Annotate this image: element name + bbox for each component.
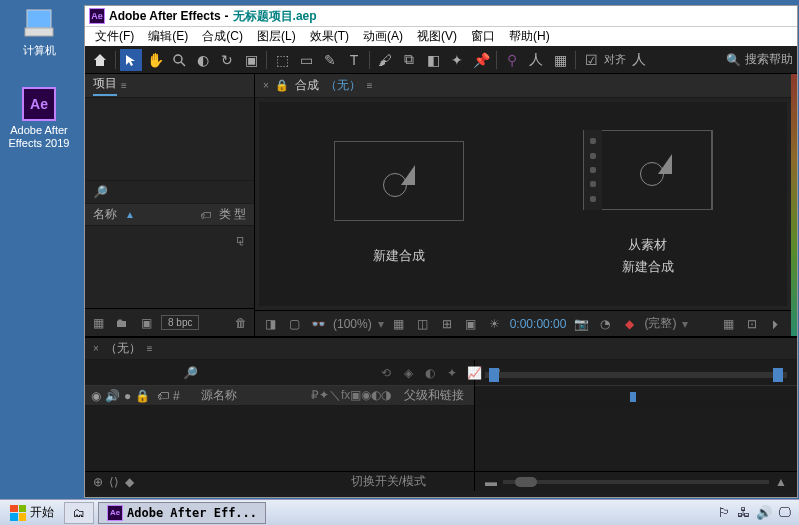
- show-snapshot-icon[interactable]: ◔: [596, 316, 614, 332]
- menu-layer[interactable]: 图层(L): [251, 27, 302, 46]
- hand-tool[interactable]: ✋: [144, 49, 166, 71]
- clone-tool[interactable]: ⧉: [398, 49, 420, 71]
- interpret-icon[interactable]: ▦: [89, 314, 107, 332]
- tray-flag-icon[interactable]: 🏳: [718, 505, 731, 520]
- snap-opts-icon[interactable]: 人: [628, 49, 650, 71]
- exposure-icon[interactable]: ☀: [486, 316, 504, 332]
- comp-tab[interactable]: × 🔒 合成 （无） ≡: [255, 74, 791, 98]
- tag-icon[interactable]: 🏷: [200, 209, 211, 221]
- close-tab-icon[interactable]: ×: [263, 80, 269, 91]
- new-folder-icon[interactable]: 🖿: [113, 314, 131, 332]
- pen-tool[interactable]: ✎: [319, 49, 341, 71]
- motion-blur-icon[interactable]: ✦: [443, 364, 461, 382]
- bit-depth[interactable]: 8 bpc: [161, 315, 199, 330]
- frame-blend-icon[interactable]: ◐: [421, 364, 439, 382]
- solo-icon[interactable]: ●: [124, 389, 131, 403]
- orbit-tool[interactable]: ◐: [192, 49, 214, 71]
- tray-volume-icon[interactable]: 🔊: [756, 505, 772, 520]
- taskbar-after-effects[interactable]: Ae Adobe After Eff...: [98, 502, 266, 524]
- timeline-rows[interactable]: [85, 406, 474, 471]
- brace-icon[interactable]: ⟨⟩: [109, 475, 119, 489]
- view-axis-icon[interactable]: ▦: [549, 49, 571, 71]
- new-comp-icon[interactable]: ▣: [137, 314, 155, 332]
- comp-flow-icon[interactable]: ⏵: [767, 316, 785, 332]
- desktop-after-effects[interactable]: Ae Adobe After Effects 2019: [4, 86, 74, 150]
- col-parent[interactable]: 父级和链接: [404, 387, 474, 404]
- project-search[interactable]: 🔎: [85, 180, 254, 204]
- label-icon[interactable]: 🏷: [157, 389, 169, 403]
- new-composition-tile[interactable]: 新建合成: [334, 141, 464, 267]
- channel-icon[interactable]: ▣: [462, 316, 480, 332]
- mask-icon[interactable]: ◫: [414, 316, 432, 332]
- trash-icon[interactable]: 🗑: [232, 314, 250, 332]
- start-button[interactable]: 开始: [2, 502, 62, 524]
- col-source[interactable]: 源名称: [201, 387, 311, 404]
- region-icon[interactable]: ▢: [285, 316, 303, 332]
- menu-edit[interactable]: 编辑(E): [142, 27, 194, 46]
- desktop-computer[interactable]: 计算机: [4, 6, 74, 57]
- eye-icon[interactable]: ◉: [91, 389, 101, 403]
- lock-col-icon[interactable]: 🔒: [135, 389, 150, 403]
- res-icon[interactable]: ▦: [390, 316, 408, 332]
- home-button[interactable]: [89, 49, 111, 71]
- col-name[interactable]: 名称: [93, 206, 117, 223]
- zoom-percent[interactable]: (100%): [333, 317, 372, 331]
- local-axis-icon[interactable]: ⚲: [501, 49, 523, 71]
- rectangle-tool[interactable]: ▭: [295, 49, 317, 71]
- menu-animation[interactable]: 动画(A): [357, 27, 409, 46]
- 3d-icon[interactable]: 👓: [309, 316, 327, 332]
- tray-lang-icon[interactable]: 🖵: [778, 505, 791, 520]
- zoom-tool[interactable]: [168, 49, 190, 71]
- sort-arrow-icon[interactable]: ▲: [125, 209, 135, 220]
- search-help-input[interactable]: 搜索帮助: [745, 51, 793, 68]
- project-list[interactable]: ⚼: [85, 226, 254, 308]
- menu-effect[interactable]: 效果(T): [304, 27, 355, 46]
- new-comp-from-footage-tile[interactable]: 从素材 新建合成: [583, 130, 713, 278]
- project-tab[interactable]: 项目 ≡: [85, 74, 254, 98]
- menu-help[interactable]: 帮助(H): [503, 27, 556, 46]
- view-layout-icon[interactable]: ▦: [719, 316, 737, 332]
- menu-file[interactable]: 文件(F): [89, 27, 140, 46]
- toggle-switches[interactable]: 切换开关/模式: [351, 473, 426, 490]
- eraser-tool[interactable]: ◧: [422, 49, 444, 71]
- timeline-search[interactable]: 🔎: [183, 366, 373, 380]
- menu-view[interactable]: 视图(V): [411, 27, 463, 46]
- panel-menu-icon[interactable]: ≡: [121, 80, 127, 91]
- timecode[interactable]: 0:00:00:00: [510, 317, 567, 331]
- close-tab-icon[interactable]: ×: [93, 343, 99, 354]
- menu-composition[interactable]: 合成(C): [196, 27, 249, 46]
- brush-tool[interactable]: 🖌: [374, 49, 396, 71]
- titlebar[interactable]: Ae Adobe After Effects - 无标题项目.aep: [85, 6, 797, 26]
- time-ruler[interactable]: [475, 360, 797, 386]
- comp-button-icon[interactable]: ◈: [399, 364, 417, 382]
- rotation-tool[interactable]: ↻: [216, 49, 238, 71]
- pan-behind-tool[interactable]: ⬚: [271, 49, 293, 71]
- puppet-tool[interactable]: 📌: [470, 49, 492, 71]
- resolution[interactable]: (完整): [644, 315, 676, 332]
- audio-icon[interactable]: 🔊: [105, 389, 120, 403]
- render-icon[interactable]: ⊕: [93, 475, 103, 489]
- panel-menu-icon[interactable]: ≡: [367, 80, 373, 91]
- draft-icon[interactable]: ⊡: [743, 316, 761, 332]
- taskbar-explorer[interactable]: 🗂: [64, 502, 94, 524]
- snap-toggle[interactable]: ☑: [580, 49, 602, 71]
- timeline-tab[interactable]: × （无） ≡: [85, 338, 797, 360]
- lock-icon[interactable]: 🔒: [275, 79, 289, 92]
- text-tool[interactable]: T: [343, 49, 365, 71]
- work-area-end[interactable]: [773, 368, 783, 382]
- timeline-tracks[interactable]: [475, 406, 797, 471]
- guide-icon[interactable]: ⊞: [438, 316, 456, 332]
- world-axis-icon[interactable]: 人: [525, 49, 547, 71]
- snapshot-icon[interactable]: 📷: [572, 316, 590, 332]
- kf-icon[interactable]: ◆: [125, 475, 134, 489]
- color-icon[interactable]: ◆: [620, 316, 638, 332]
- camera-tool[interactable]: ▣: [240, 49, 262, 71]
- panel-menu-icon[interactable]: ≡: [147, 343, 153, 354]
- zoom-out-icon[interactable]: ▬: [485, 475, 497, 489]
- project-body[interactable]: [85, 98, 254, 180]
- alpha-icon[interactable]: ◨: [261, 316, 279, 332]
- selection-tool[interactable]: [120, 49, 142, 71]
- cti-marker[interactable]: [630, 392, 636, 402]
- shy-icon[interactable]: ⟲: [377, 364, 395, 382]
- zoom-in-icon[interactable]: ▲: [775, 475, 787, 489]
